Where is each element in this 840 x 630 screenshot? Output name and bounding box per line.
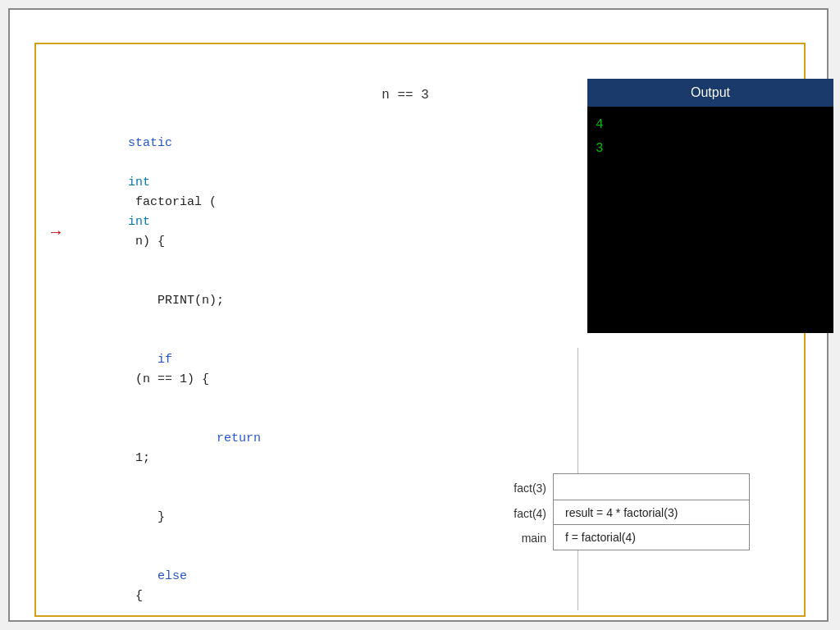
code-line-7: int result = n * factorial(n- xyxy=(69,626,578,630)
code-rest1: factorial ( xyxy=(128,195,217,209)
code-line-1: static int factorial ( int n) { xyxy=(69,114,578,272)
debug-arrow: → xyxy=(51,223,61,242)
kw-int1: int xyxy=(128,176,150,189)
code-line5-text: } xyxy=(128,510,165,524)
stack-entry-main: main f = factorial(4) xyxy=(495,525,750,550)
output-header: Output xyxy=(587,79,833,107)
call-stack: fact(3) fact(4) result = 4 * factorial(3… xyxy=(495,474,750,550)
code-line4-rest: 1; xyxy=(128,451,150,465)
inner-border: → n == 3 static int factorial ( int n) {… xyxy=(34,43,806,617)
outer-border: → n == 3 static int factorial ( int n) {… xyxy=(8,8,829,622)
n-equals-label: n == 3 xyxy=(233,85,578,106)
output-value-2: 3 xyxy=(596,137,825,161)
code-line-6: else { xyxy=(69,547,578,626)
code-rest1b: n) { xyxy=(128,235,165,249)
code-line2-text: PRINT(n); xyxy=(128,294,224,308)
stack-entry-fact4: fact(4) result = 4 * factorial(3) xyxy=(495,500,750,526)
kw-if: if xyxy=(128,353,172,367)
stack-entry-fact3: fact(3) xyxy=(495,474,750,501)
stack-box-fact4: result = 4 * factorial(3) xyxy=(553,500,750,526)
code-line6-rest: { xyxy=(128,589,143,603)
stack-label-fact3: fact(3) xyxy=(495,482,553,495)
output-panel: Output 4 3 xyxy=(587,79,833,333)
code-line-2: PRINT(n); xyxy=(69,272,578,331)
code-line-3: if (n == 1) { xyxy=(69,331,578,409)
space1 xyxy=(128,156,135,170)
output-value-1: 4 xyxy=(596,113,825,137)
kw-int2: int xyxy=(128,215,150,229)
stack-box-main: f = factorial(4) xyxy=(553,524,750,550)
stack-box-fact3 xyxy=(553,473,750,501)
stack-label-main: main xyxy=(495,532,553,545)
stack-label-fact4: fact(4) xyxy=(495,507,553,520)
kw-return1: return xyxy=(128,431,261,445)
kw-else: else xyxy=(128,569,187,583)
output-body: 4 3 xyxy=(587,107,833,167)
kw-static: static xyxy=(128,136,172,150)
code-line3-rest: (n == 1) { xyxy=(128,372,209,386)
